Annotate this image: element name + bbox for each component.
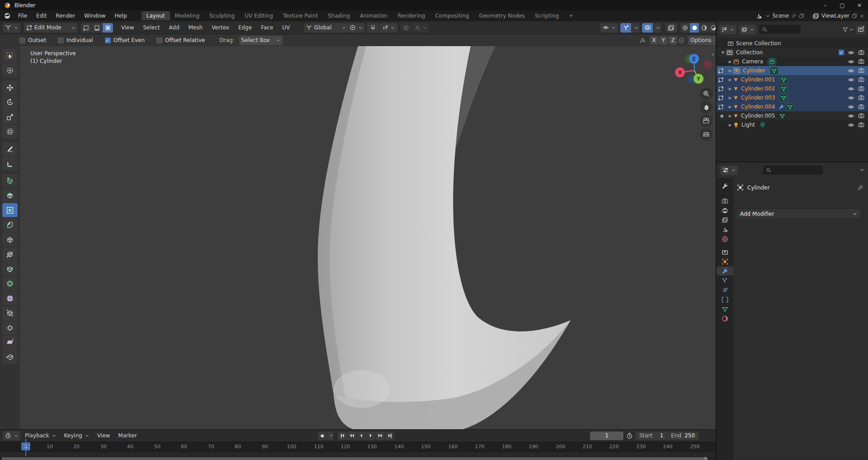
mesh-data-icon[interactable] xyxy=(779,85,788,93)
menu-view[interactable]: View xyxy=(117,23,138,32)
scene-name[interactable]: Scene xyxy=(772,13,789,19)
scene-icon[interactable] xyxy=(755,13,762,19)
zoom-view-button[interactable] xyxy=(700,87,712,100)
viewport-3d[interactable]: User Perspective (1) Cylinder ‹ Z X Y xyxy=(0,46,716,429)
disable-in-render-camera-icon[interactable] xyxy=(858,113,864,119)
expand-arrow-icon[interactable]: ▶ xyxy=(727,78,733,82)
properties-filter-chevron-icon[interactable] xyxy=(860,168,864,172)
tool-shrink-fatten[interactable] xyxy=(2,321,18,335)
pin-icon[interactable] xyxy=(857,185,863,191)
menu-window[interactable]: Window xyxy=(80,11,110,20)
outset-checkbox[interactable] xyxy=(19,38,25,43)
individual-checkbox[interactable] xyxy=(58,38,64,43)
tool-add-cube[interactable] xyxy=(2,174,18,188)
menu-select[interactable]: Select xyxy=(138,23,164,32)
disable-in-render-camera-icon[interactable] xyxy=(858,76,864,83)
outliner-row-cylinder-001[interactable]: ▶ Cylinder.001 xyxy=(717,75,868,84)
view-layer-icon[interactable] xyxy=(812,13,819,19)
expand-arrow-icon[interactable]: ▶ xyxy=(727,60,733,64)
disable-in-render-camera-icon[interactable] xyxy=(858,67,864,74)
hide-in-viewport-eye-icon[interactable] xyxy=(848,104,854,110)
pan-view-button[interactable] xyxy=(700,101,712,114)
tab-object-data[interactable] xyxy=(717,304,733,313)
workspace-tab-animation[interactable]: Animation xyxy=(355,11,392,20)
workspace-tab-sculpting[interactable]: Sculpting xyxy=(204,11,240,20)
view-layer-name[interactable]: ViewLayer xyxy=(821,13,849,19)
tool-move[interactable] xyxy=(2,81,18,95)
hide-in-viewport-eye-icon[interactable] xyxy=(848,85,854,92)
auto-key-options-chevron[interactable] xyxy=(327,432,334,440)
camera-view-button[interactable] xyxy=(700,114,712,127)
tool-tweak-select[interactable] xyxy=(2,49,18,63)
snap-toggle-button[interactable] xyxy=(367,23,379,33)
jump-to-start-button[interactable] xyxy=(338,432,347,440)
menu-vertex[interactable]: Vertex xyxy=(207,23,234,32)
mirror-icon[interactable] xyxy=(639,37,646,44)
shading-wireframe-button[interactable] xyxy=(680,23,690,33)
menu-add[interactable]: Add xyxy=(165,23,184,32)
tab-particles[interactable] xyxy=(717,276,733,285)
close-button[interactable]: ✕ xyxy=(851,0,868,10)
hide-in-viewport-eye-icon[interactable] xyxy=(848,67,854,74)
timeline-editor-type-button[interactable] xyxy=(3,431,20,441)
outliner-filter-button[interactable] xyxy=(842,27,854,33)
options-dropdown[interactable]: Options xyxy=(688,36,717,45)
hide-in-viewport-eye-icon[interactable] xyxy=(848,58,854,65)
hide-in-viewport-eye-icon[interactable] xyxy=(848,113,854,119)
overlays-options-chevron[interactable] xyxy=(653,23,661,33)
menu-mesh[interactable]: Mesh xyxy=(184,23,208,32)
menu-uv[interactable]: UV xyxy=(278,23,294,32)
add-modifier-dropdown[interactable]: Add Modifier xyxy=(736,209,861,219)
tool-annotate[interactable] xyxy=(2,142,18,156)
outliner-editor-type-button[interactable] xyxy=(719,25,736,34)
toggle-orthographic-button[interactable] xyxy=(700,128,712,141)
tab-world[interactable] xyxy=(717,234,733,243)
proportional-edit-button[interactable] xyxy=(401,23,412,33)
tab-modifiers[interactable] xyxy=(717,266,733,275)
mesh-data-icon[interactable] xyxy=(770,67,778,75)
maximize-button[interactable]: ▢ xyxy=(834,0,851,10)
workspace-tab-scripting[interactable]: Scripting xyxy=(530,11,564,20)
outliner-row-collection[interactable]: ▼ Collection ✓ xyxy=(717,48,868,57)
disable-in-render-camera-icon[interactable] xyxy=(858,49,864,56)
disable-in-render-camera-icon[interactable] xyxy=(858,58,864,65)
mode-selector[interactable]: Edit Mode xyxy=(24,23,77,33)
shading-solid-button[interactable] xyxy=(690,23,699,33)
new-collection-button[interactable] xyxy=(856,25,865,34)
mesh-data-icon[interactable] xyxy=(779,76,788,84)
outliner-row-cylinder[interactable]: ▶ Cylinder xyxy=(717,66,868,75)
start-frame-field[interactable]: Start 1 xyxy=(636,432,667,440)
properties-search-input[interactable] xyxy=(763,166,823,175)
light-data-icon[interactable] xyxy=(760,122,766,128)
hide-in-viewport-eye-icon[interactable] xyxy=(848,95,854,101)
tab-scene[interactable] xyxy=(717,225,733,234)
tool-measure[interactable] xyxy=(2,156,18,171)
tab-view-layer[interactable] xyxy=(717,215,733,224)
show-overlays-button[interactable] xyxy=(642,23,653,33)
menu-keying[interactable]: Keying xyxy=(61,431,93,440)
hide-in-viewport-eye-icon[interactable] xyxy=(848,76,854,83)
expand-arrow-icon[interactable]: ▶ xyxy=(727,96,733,100)
tool-transform[interactable] xyxy=(2,125,18,139)
workspace-tab-modeling[interactable]: Modeling xyxy=(170,11,205,20)
shading-material-button[interactable] xyxy=(699,23,709,33)
new-view-layer-icon[interactable] xyxy=(852,13,857,19)
mesh-data-icon[interactable] xyxy=(779,94,788,102)
tool-bevel[interactable] xyxy=(2,218,18,232)
breadcrumb-object-name[interactable]: Cylinder xyxy=(747,185,770,191)
collapse-arrow-icon[interactable]: ▼ xyxy=(720,51,726,55)
minimize-button[interactable]: – xyxy=(816,0,834,10)
menu-playback[interactable]: Playback xyxy=(21,431,60,440)
expand-arrow-icon[interactable]: ▶ xyxy=(727,123,733,127)
workspace-tab-uv-editing[interactable]: UV Editing xyxy=(240,11,278,20)
tool-inset-faces[interactable] xyxy=(2,203,18,217)
tab-render[interactable] xyxy=(717,196,733,205)
tool-cursor[interactable] xyxy=(2,63,18,77)
workspace-tab-compositing[interactable]: Compositing xyxy=(430,11,474,20)
disable-in-render-camera-icon[interactable] xyxy=(858,122,864,128)
expand-panel-arrow[interactable]: › xyxy=(2,455,4,460)
proportional-falloff-selector[interactable] xyxy=(412,23,429,33)
workspace-tab-rendering[interactable]: Rendering xyxy=(392,11,430,20)
disable-in-render-camera-icon[interactable] xyxy=(858,85,864,92)
show-gizmo-button[interactable] xyxy=(620,23,632,33)
